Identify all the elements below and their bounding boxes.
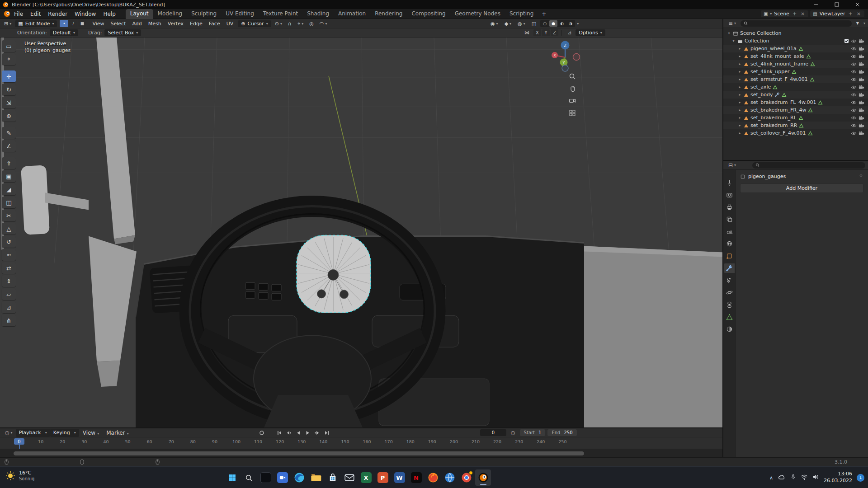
disclosure-icon[interactable]: ▸ — [738, 77, 742, 81]
filter-icon[interactable]: ▼ — [854, 21, 861, 26]
outliner-item-row[interactable]: ▸ set_4link_mount_axle — [723, 52, 868, 60]
onedrive-icon[interactable] — [778, 474, 786, 481]
disclosure-icon[interactable]: ▸ — [738, 85, 742, 89]
end-frame-field[interactable]: End250 — [547, 429, 576, 436]
store-icon[interactable] — [325, 469, 340, 486]
microphone-icon[interactable] — [790, 474, 796, 482]
collection-checkbox[interactable] — [844, 38, 849, 43]
workspace-tab[interactable]: Texture Paint — [259, 9, 302, 19]
start-button[interactable] — [224, 469, 240, 486]
timeline-menu-item[interactable]: Playback▾ — [16, 429, 50, 437]
new-viewlayer-button[interactable]: + — [848, 11, 854, 17]
properties-tab-render[interactable] — [724, 190, 735, 200]
viewport-3d[interactable]: ▭⌖✛↻⇲⊕✎∠⇧▣◢◫✂△↺≈⇄⇕▱⊿⋔ User Perspective (… — [0, 38, 722, 427]
outliner-item-row[interactable]: ▸ set_body — [723, 91, 868, 99]
blender-taskbar-icon[interactable] — [475, 469, 491, 486]
disclosure-icon[interactable]: ▸ — [738, 123, 742, 127]
snap-face-icon[interactable]: ⊿ — [565, 29, 574, 36]
eye-visibility-icon[interactable] — [851, 131, 857, 136]
tool-select-box-button[interactable]: ▭ — [2, 40, 16, 52]
gizmos-toggle[interactable]: ◆▾ — [502, 20, 514, 27]
camera-render-icon[interactable] — [859, 108, 864, 113]
editor-type-button[interactable]: ⊞▾ — [2, 20, 14, 27]
camera-render-icon[interactable] — [859, 47, 864, 51]
pivot-point-dropdown[interactable]: ⊙▾ — [273, 20, 284, 27]
object-types-visibility-dropdown[interactable]: ◉▾ — [488, 20, 500, 27]
edge-select-button[interactable]: ∕ — [69, 20, 77, 27]
vertex-select-button[interactable]: • — [60, 20, 68, 27]
jump-to-end-button[interactable] — [323, 429, 330, 436]
timeline-editor-type-button[interactable]: ◷▾ — [3, 429, 15, 436]
disclosure-icon[interactable]: ▸ — [738, 47, 742, 51]
current-frame-field[interactable]: 0 — [480, 429, 506, 436]
options-dropdown[interactable]: Options▾ — [576, 29, 605, 36]
scene-collection-row[interactable]: ▾ Scene Collection — [723, 29, 868, 37]
tool-scale-button[interactable]: ⇲ — [2, 97, 16, 108]
viewport-menu-item[interactable]: Edge — [187, 20, 206, 27]
video-app-icon[interactable] — [274, 469, 290, 486]
outliner-search-input[interactable] — [750, 21, 849, 26]
properties-search-input[interactable] — [762, 163, 862, 168]
workspace-tab[interactable]: UV Editing — [221, 9, 259, 19]
mode-dropdown[interactable]: ▦Edit Mode▾ — [15, 20, 57, 27]
tray-expand-icon[interactable]: ∧ — [769, 475, 773, 481]
add-workspace-button[interactable]: + — [538, 10, 550, 18]
properties-tab-particles[interactable] — [724, 276, 735, 285]
properties-tab-material[interactable] — [724, 324, 735, 334]
disclosure-icon[interactable]: ▸ — [738, 100, 742, 104]
play-button[interactable] — [304, 429, 311, 436]
tool-shear-button[interactable]: ▱ — [2, 288, 16, 300]
workspace-tab[interactable]: Modeling — [153, 9, 187, 19]
search-button[interactable] — [241, 469, 257, 486]
eye-visibility-icon[interactable] — [851, 116, 857, 120]
tool-inset-faces-button[interactable]: ▣ — [2, 170, 16, 182]
notification-count-badge[interactable]: 1 — [857, 474, 864, 482]
disclosure-icon[interactable]: ▸ — [738, 62, 742, 66]
outliner-item-row[interactable]: ▸ set_brakedrum_FL_4w.001 — [723, 99, 868, 106]
eye-visibility-icon[interactable] — [851, 93, 857, 97]
eye-visibility-icon[interactable] — [851, 100, 857, 105]
snap-toggle[interactable]: ∩ — [286, 20, 294, 27]
menu-item[interactable]: File — [10, 10, 27, 18]
camera-render-icon[interactable] — [859, 93, 864, 97]
viewport-menu-item[interactable]: Mesh — [145, 20, 165, 27]
play-reverse-button[interactable] — [294, 429, 302, 436]
eye-visibility-icon[interactable] — [851, 39, 857, 43]
eye-visibility-icon[interactable] — [851, 62, 857, 66]
timeline-menu-item[interactable]: Keying▾ — [50, 429, 79, 437]
outliner-item-row[interactable]: ▸ set_brakedrum_RR — [723, 122, 868, 129]
disclosure-icon[interactable]: ▸ — [738, 93, 742, 97]
tool-knife-button[interactable]: ✂ — [2, 210, 16, 221]
tool-measure-button[interactable]: ∠ — [2, 140, 16, 152]
properties-tab-scene[interactable] — [724, 227, 735, 236]
breadcrumb-object-name[interactable]: pigeon_gauges — [748, 174, 786, 179]
tool-edge-slide-button[interactable]: ⇄ — [2, 262, 16, 274]
orientation-dropdown[interactable]: Default▾ — [50, 29, 78, 36]
eye-visibility-icon[interactable] — [851, 77, 857, 82]
disclosure-icon[interactable]: ▾ — [727, 31, 731, 35]
camera-render-icon[interactable] — [859, 54, 864, 59]
tool-rip-edge-button[interactable]: ⋔ — [2, 314, 16, 326]
zoom-icon[interactable] — [568, 72, 577, 81]
timeline-scroll-thumb[interactable] — [14, 451, 584, 455]
outliner-item-row[interactable]: ▸ set_axle — [723, 83, 868, 91]
mirror-axis-button[interactable]: X — [533, 29, 541, 36]
disclosure-icon[interactable]: ▸ — [738, 116, 742, 120]
outliner-item-row[interactable]: ▸ set_armstrut_F_4w.001 — [723, 75, 868, 83]
netflix-icon[interactable]: N — [408, 469, 424, 486]
auto-key-record-button[interactable] — [258, 429, 265, 436]
camera-render-icon[interactable] — [859, 85, 864, 89]
maximize-button[interactable] — [826, 0, 847, 9]
shading-wireframe-button[interactable]: ○ — [541, 20, 549, 27]
menu-item[interactable]: Render — [44, 10, 71, 18]
properties-tab-modifiers[interactable] — [724, 263, 735, 273]
excel-icon[interactable]: X — [358, 469, 374, 486]
next-keyframe-button[interactable] — [313, 429, 321, 436]
properties-tab-object[interactable] — [724, 251, 735, 261]
tool-cursor-button[interactable]: ⌖ — [2, 53, 16, 65]
transform-orientation-dropdown[interactable]: ⊕Cursor▾ — [238, 20, 271, 27]
eye-visibility-icon[interactable] — [851, 85, 857, 89]
drag-dropdown[interactable]: Select Box▾ — [104, 29, 141, 36]
workspace-tab[interactable]: Compositing — [407, 9, 450, 19]
xray-toggle[interactable]: ◫ — [529, 20, 538, 27]
